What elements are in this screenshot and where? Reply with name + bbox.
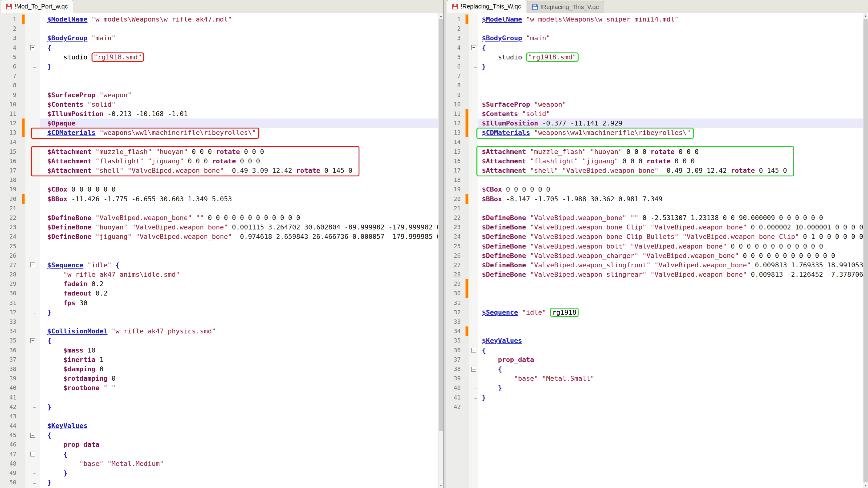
code-text[interactable]: { <box>40 450 438 459</box>
code-line[interactable]: 41 <box>0 393 438 402</box>
code-line[interactable]: 50} <box>0 478 438 487</box>
code-line[interactable]: 15$Attachment "muzzle_flash" "huoyan" 0 … <box>446 147 863 156</box>
code-line[interactable]: 29 <box>446 279 863 288</box>
tab-replacing-this-v[interactable]: !Replacing_This_V.qc <box>527 1 604 13</box>
code-text[interactable]: "w_rifle_ak47_anims\idle.smd" <box>40 270 438 279</box>
code-text[interactable]: $Opaque <box>40 119 438 128</box>
code-text[interactable] <box>40 411 438 421</box>
code-text[interactable]: $IllumPosition -0.213 -10.168 -1.01 <box>40 109 438 119</box>
code-line[interactable]: 20$BBox -11.426 -1.775 -6.655 30.603 1.3… <box>0 194 438 204</box>
code-line[interactable]: 25$DefineBone "ValveBiped.weapon_bolt" "… <box>446 242 863 251</box>
code-line[interactable]: 1$ModelName "w_models\Weapons\w_sniper_m… <box>446 14 863 24</box>
code-line[interactable]: 7 <box>0 71 438 81</box>
code-line[interactable]: 13$CDMaterials "weapons\ww1\machinerifle… <box>0 128 438 137</box>
code-text[interactable]: } <box>40 468 438 478</box>
code-text[interactable]: fadein 0.2 <box>40 279 438 288</box>
code-line[interactable]: 33 <box>0 317 438 327</box>
code-line[interactable]: 33 <box>446 317 863 327</box>
code-line[interactable]: 37 prop_data <box>446 355 863 364</box>
code-line[interactable]: 27$Sequence "idle" { <box>0 261 438 270</box>
code-text[interactable] <box>40 242 438 251</box>
code-line[interactable]: 35$KeyValues <box>446 336 863 345</box>
code-text[interactable]: $rootbone " " <box>40 383 438 393</box>
code-text[interactable]: } <box>478 393 863 402</box>
code-line[interactable]: 31 fps 30 <box>0 298 438 308</box>
code-text[interactable]: { <box>40 430 438 440</box>
code-line[interactable]: 11$IllumPosition -0.213 -10.168 -1.01 <box>0 109 438 119</box>
vertical-scrollbar[interactable]: ▲ ▼ <box>863 13 868 488</box>
code-line[interactable]: 16$Attachment "flashlight" "jiguang" 0 0… <box>446 156 863 166</box>
code-text[interactable]: $Attachment "muzzle_flash" "huoyan" 0 0 … <box>40 147 438 156</box>
code-line[interactable]: 12$Opaque <box>0 119 438 128</box>
code-line[interactable]: 46 prop_data <box>0 440 438 449</box>
code-line[interactable]: 28 "w_rifle_ak47_anims\idle.smd" <box>0 270 438 279</box>
code-text[interactable] <box>478 71 863 81</box>
code-line[interactable]: 31 <box>446 298 863 308</box>
code-line[interactable]: 10$Contents "solid" <box>0 100 438 109</box>
code-text[interactable] <box>40 175 438 185</box>
scrollbar-thumb[interactable] <box>864 19 868 482</box>
code-text[interactable]: $Sequence "idle" { <box>40 261 438 270</box>
code-text[interactable]: $BodyGroup "main" <box>478 33 863 43</box>
code-text[interactable] <box>478 175 863 185</box>
code-line[interactable]: 9 <box>446 90 863 100</box>
code-text[interactable] <box>40 251 438 261</box>
pane-splitter[interactable] <box>443 0 446 488</box>
code-text[interactable] <box>478 279 863 288</box>
code-text[interactable]: } <box>478 383 863 393</box>
code-line[interactable]: 42 <box>446 402 863 411</box>
code-line[interactable]: 20$BBox -8.147 -1.705 -1.988 30.362 0.98… <box>446 194 863 204</box>
code-line[interactable]: 4{ <box>0 43 438 53</box>
tab-mod-to-port-w[interactable]: !Mod_To_Port_w.qc <box>1 0 73 13</box>
code-line[interactable]: 17$Attachment "shell" "ValveBiped.weapon… <box>446 166 863 175</box>
code-line[interactable]: 39 $rotdamping 0 <box>0 374 438 383</box>
code-text[interactable]: } <box>40 62 438 71</box>
fold-toggle-icon[interactable] <box>469 43 478 53</box>
fold-toggle-icon[interactable] <box>26 261 40 270</box>
code-text[interactable]: $Sequence "idle" rg1918 <box>478 308 863 317</box>
code-text[interactable]: { <box>40 336 438 345</box>
code-text[interactable]: $Attachment "shell" "ValveBiped.weapon_b… <box>40 166 438 175</box>
code-line[interactable]: 14 <box>446 137 863 147</box>
fold-toggle-icon[interactable] <box>26 430 40 440</box>
code-text[interactable]: "base" "Metal.Medium" <box>40 459 438 468</box>
code-text[interactable] <box>40 81 438 90</box>
code-line[interactable]: 42} <box>0 402 438 411</box>
code-text[interactable]: $DefineBone "ValveBiped.weapon_bone_Clip… <box>478 222 863 232</box>
code-text[interactable]: } <box>40 308 438 317</box>
code-line[interactable]: 30 <box>446 288 863 298</box>
code-text[interactable]: } <box>40 402 438 411</box>
code-text[interactable] <box>478 90 863 100</box>
code-line[interactable]: 8 <box>0 81 438 90</box>
code-text[interactable]: fadeout 0.2 <box>40 288 438 298</box>
code-text[interactable] <box>478 317 863 327</box>
code-text[interactable]: { <box>40 43 438 53</box>
code-line[interactable]: 24$DefineBone "ValveBiped.weapon_bone_Cl… <box>446 232 863 241</box>
code-line[interactable]: 22$DefineBone "ValveBiped.weapon_bone" "… <box>0 213 438 222</box>
code-line[interactable]: 19$CBox 0 0 0 0 0 0 <box>446 185 863 194</box>
code-line[interactable]: 37 $inertia 1 <box>0 355 438 364</box>
code-text[interactable]: $DefineBone "ValveBiped.weapon_slingfron… <box>478 261 863 270</box>
code-text[interactable]: $CDMaterials "weapons\ww1\machinerifle\r… <box>40 128 438 137</box>
code-text[interactable]: $Attachment "shell" "ValveBiped.weapon_b… <box>478 166 863 175</box>
code-line[interactable]: 18 <box>0 175 438 185</box>
code-text[interactable]: "base" "Metal.Small" <box>478 374 863 383</box>
code-line[interactable]: 13$CDMaterials "weapons\ww1\machinerifle… <box>446 128 863 137</box>
code-line[interactable]: 25 <box>0 242 438 251</box>
code-line[interactable]: 34$CollisionModel "w_rifle_ak47_physics.… <box>0 327 438 336</box>
code-text[interactable]: prop_data <box>40 440 438 449</box>
code-line[interactable]: 5 studio "rg1918.smd" <box>0 53 438 62</box>
code-line[interactable]: 32} <box>0 308 438 317</box>
code-text[interactable] <box>478 137 863 147</box>
fold-toggle-icon[interactable] <box>469 345 478 355</box>
code-line[interactable]: 38 $damping 0 <box>0 364 438 374</box>
code-text[interactable]: $ModelName "w_models\Weapons\w_rifle_ak4… <box>40 14 438 24</box>
fold-toggle-icon[interactable] <box>26 336 40 345</box>
code-line[interactable]: 21 <box>446 204 863 213</box>
fold-toggle-icon[interactable] <box>469 364 478 374</box>
code-line[interactable]: 7 <box>446 71 863 81</box>
code-text[interactable]: studio "rg1918.smd" <box>40 53 438 62</box>
code-line[interactable]: 17$Attachment "shell" "ValveBiped.weapon… <box>0 166 438 175</box>
code-text[interactable]: } <box>478 62 863 71</box>
code-text[interactable]: $DefineBone "jiguang" "ValveBiped.weapon… <box>40 232 438 241</box>
